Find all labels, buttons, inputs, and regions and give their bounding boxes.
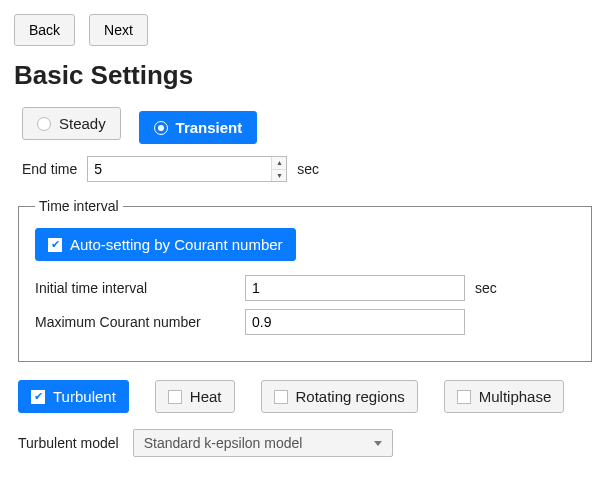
time-interval-fieldset: Time interval ✔ Auto-setting by Courant … bbox=[18, 198, 592, 362]
check-icon: ✔ bbox=[48, 238, 62, 252]
rotating-regions-toggle[interactable]: Rotating regions bbox=[261, 380, 418, 413]
max-courant-label: Maximum Courant number bbox=[35, 314, 245, 330]
check-icon bbox=[168, 390, 182, 404]
auto-setting-row: ✔ Auto-setting by Courant number bbox=[35, 228, 575, 261]
transient-label: Transient bbox=[176, 119, 243, 136]
auto-setting-toggle[interactable]: ✔ Auto-setting by Courant number bbox=[35, 228, 296, 261]
max-courant-input[interactable] bbox=[245, 309, 465, 335]
max-courant-row: Maximum Courant number bbox=[35, 309, 575, 335]
back-button[interactable]: Back bbox=[14, 14, 75, 46]
end-time-input[interactable] bbox=[88, 157, 271, 181]
turbulent-model-row: Turbulent model Standard k-epsilon model bbox=[14, 429, 596, 457]
spinner-down-icon[interactable]: ▼ bbox=[272, 169, 286, 182]
time-interval-legend: Time interval bbox=[35, 198, 123, 214]
heat-label: Heat bbox=[190, 388, 222, 405]
spinner-up-icon[interactable]: ▲ bbox=[272, 157, 286, 169]
initial-interval-input[interactable] bbox=[245, 275, 465, 301]
turbulent-model-label: Turbulent model bbox=[18, 435, 119, 451]
spinner-buttons: ▲ ▼ bbox=[271, 157, 286, 181]
chevron-down-icon bbox=[374, 441, 382, 446]
check-icon bbox=[274, 390, 288, 404]
check-icon bbox=[457, 390, 471, 404]
next-button[interactable]: Next bbox=[89, 14, 148, 46]
multiphase-label: Multiphase bbox=[479, 388, 552, 405]
initial-interval-unit: sec bbox=[475, 280, 497, 296]
initial-interval-row: Initial time interval sec bbox=[35, 275, 575, 301]
end-time-row: End time ▲ ▼ sec bbox=[14, 156, 596, 182]
steady-radio[interactable]: Steady bbox=[22, 107, 121, 140]
turbulent-label: Turbulent bbox=[53, 388, 116, 405]
turbulent-model-select[interactable]: Standard k-epsilon model bbox=[133, 429, 393, 457]
initial-interval-label: Initial time interval bbox=[35, 280, 245, 296]
check-icon: ✔ bbox=[31, 390, 45, 404]
radio-icon bbox=[37, 117, 51, 131]
mode-row: Steady Transient bbox=[14, 107, 596, 144]
end-time-unit: sec bbox=[297, 161, 319, 177]
auto-setting-label: Auto-setting by Courant number bbox=[70, 236, 283, 253]
rotating-regions-label: Rotating regions bbox=[296, 388, 405, 405]
page-title: Basic Settings bbox=[14, 60, 596, 91]
turbulent-toggle[interactable]: ✔ Turbulent bbox=[18, 380, 129, 413]
turbulent-model-value: Standard k-epsilon model bbox=[144, 435, 303, 451]
nav-row: Back Next bbox=[14, 14, 596, 46]
end-time-spinner: ▲ ▼ bbox=[87, 156, 287, 182]
end-time-label: End time bbox=[22, 161, 77, 177]
steady-label: Steady bbox=[59, 115, 106, 132]
heat-toggle[interactable]: Heat bbox=[155, 380, 235, 413]
options-row: ✔ Turbulent Heat Rotating regions Multip… bbox=[14, 380, 596, 413]
transient-radio[interactable]: Transient bbox=[139, 111, 258, 144]
multiphase-toggle[interactable]: Multiphase bbox=[444, 380, 565, 413]
radio-icon bbox=[154, 121, 168, 135]
